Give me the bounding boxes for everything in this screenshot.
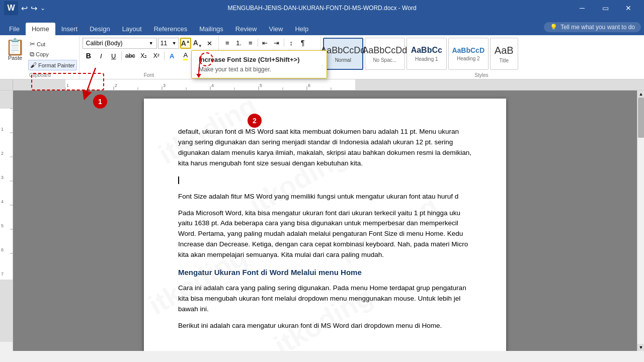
- tab-mailings[interactable]: Mailings: [193, 23, 229, 35]
- copy-icon: ⧉: [30, 50, 34, 58]
- svg-rect-18: [355, 79, 644, 90]
- scroll-up-btn[interactable]: ▲: [637, 90, 644, 98]
- tab-home[interactable]: Home: [26, 23, 55, 35]
- svg-rect-38: [0, 109, 13, 280]
- app-icon: W: [4, 1, 18, 15]
- close-btn[interactable]: ✕: [617, 0, 640, 16]
- svg-text:3: 3: [1, 175, 4, 180]
- shrink-font-icon: A▼: [193, 39, 202, 48]
- font-name-value: Calibri (Body): [86, 40, 123, 47]
- format-painter-button[interactable]: 🖌 Format Painter: [28, 60, 77, 70]
- scroll-thumb[interactable]: [638, 98, 644, 138]
- tab-references[interactable]: References: [148, 23, 193, 35]
- style-heading2[interactable]: AaBbCcD Heading 2: [448, 38, 489, 70]
- doc-heading-1: Mengatur Ukuran Font di Word Melalui men…: [178, 266, 472, 278]
- increase-indent-button[interactable]: ⇥: [271, 38, 282, 48]
- bold-button[interactable]: B: [83, 50, 95, 61]
- svg-text:2: 2: [115, 83, 117, 88]
- style-heading2-label: Heading 2: [457, 56, 480, 61]
- document-page: itkoding itkoding itkoding itkoding itko…: [144, 99, 506, 351]
- text-cursor: [178, 176, 179, 184]
- window-controls: ─ ▭ ✕: [571, 0, 640, 16]
- doc-para-1: default, ukuran font di MS Word saat kit…: [178, 127, 472, 169]
- tooltip-title: Increase Font Size (Ctrl+Shift+>): [199, 56, 319, 63]
- style-no-spacing-label: No Spac...: [373, 57, 396, 63]
- scissors-icon: ✂: [30, 40, 35, 48]
- minimize-btn[interactable]: ─: [571, 0, 594, 16]
- decrease-indent-button[interactable]: ⇤: [260, 38, 271, 48]
- paste-icon: 📋: [5, 39, 25, 55]
- page-scroll-area[interactable]: itkoding itkoding itkoding itkoding itko…: [13, 90, 637, 351]
- underline-button[interactable]: U: [108, 50, 120, 61]
- svg-text:6: 6: [308, 83, 310, 88]
- cut-button[interactable]: ✂ Cut: [28, 39, 77, 49]
- text-effects-icon: A: [170, 52, 174, 60]
- window-title: MENGUBAH-JENIS-DAN-UKURAN-FONT-DI-MS-WOR…: [227, 5, 416, 12]
- font-grow-button[interactable]: A▲: [180, 38, 191, 49]
- clipboard-small-btns: ✂ Cut ⧉ Copy 🖌 Format Painter: [28, 39, 77, 70]
- strikethrough-icon: abc: [125, 52, 135, 59]
- vertical-scrollbar[interactable]: ▲ ▼: [637, 90, 644, 351]
- tab-view[interactable]: View: [263, 23, 289, 35]
- tab-file[interactable]: File: [3, 23, 26, 35]
- font-name-selector[interactable]: Calibri (Body) ▼: [83, 38, 157, 49]
- title-bar: W ↩ ↪ ⌄ MENGUBAH-JENIS-DAN-UKURAN-FONT-D…: [0, 0, 644, 16]
- font-name-dropdown-icon: ▼: [149, 41, 153, 46]
- styles-group: AaBbCcDd Normal AaBbCcDd No Spac... AaBb…: [321, 36, 642, 79]
- cut-label: Cut: [37, 41, 45, 47]
- customize-qab-btn[interactable]: ⌄: [40, 5, 45, 12]
- paste-label: Paste: [8, 55, 22, 61]
- vertical-ruler-svg: 1 2 3 4 5 6 7: [0, 90, 13, 342]
- subscript-button[interactable]: X₂: [138, 50, 150, 61]
- style-heading1[interactable]: AaBbCc Heading 1: [407, 38, 447, 70]
- annotation-2: 2: [248, 114, 262, 128]
- scroll-track[interactable]: [637, 98, 644, 344]
- font-size-selector[interactable]: 11 ▼: [158, 38, 179, 49]
- superscript-icon: X²: [153, 52, 159, 59]
- tab-layout[interactable]: Layout: [116, 23, 148, 35]
- text-effects-button[interactable]: A: [166, 50, 178, 61]
- copy-button[interactable]: ⧉ Copy: [28, 49, 77, 59]
- superscript-button[interactable]: X²: [150, 50, 163, 61]
- doc-para-4: Pada Microsoft Word, kita bisa mengatur …: [178, 208, 472, 261]
- styles-group-label: Styles: [323, 71, 640, 79]
- scroll-down-btn[interactable]: ▼: [637, 344, 644, 351]
- style-title-preview: AaB: [495, 45, 514, 56]
- clear-format-button[interactable]: ✕: [204, 38, 215, 49]
- maximize-btn[interactable]: ▭: [594, 0, 617, 16]
- style-heading1-label: Heading 1: [415, 56, 438, 62]
- multilevel-button[interactable]: ≡: [245, 38, 256, 48]
- undo-btn[interactable]: ↩: [21, 4, 28, 13]
- clipboard-group-label: Clipboard: [3, 71, 77, 79]
- italic-icon: I: [100, 52, 102, 60]
- tab-design[interactable]: Design: [84, 23, 116, 35]
- tab-insert[interactable]: Insert: [55, 23, 84, 35]
- italic-button[interactable]: I: [95, 50, 107, 61]
- doc-cursor-line: [178, 175, 472, 186]
- style-normal[interactable]: AaBbCcDd Normal: [323, 38, 363, 70]
- strikethrough-button[interactable]: abc: [123, 50, 137, 61]
- tab-help[interactable]: Help: [289, 23, 314, 35]
- redo-btn[interactable]: ↪: [31, 4, 37, 13]
- style-no-spacing[interactable]: AaBbCcDd No Spac...: [365, 38, 405, 70]
- ruler-main: 1 2 3 4 5 6: [13, 79, 644, 90]
- document-area: 1 2 3 4 5 6 7 itkoding itkodi: [0, 90, 644, 351]
- bold-icon: B: [86, 52, 91, 60]
- tell-me-bar[interactable]: 💡 Tell me what you want to do: [544, 22, 641, 32]
- paste-button[interactable]: 📋 Paste: [3, 38, 27, 62]
- svg-text:1: 1: [1, 127, 4, 132]
- sort-button[interactable]: ↕: [286, 38, 297, 48]
- copy-label: Copy: [36, 51, 49, 57]
- style-normal-label: Normal: [335, 57, 351, 63]
- para-divider-2: [284, 39, 284, 47]
- font-shrink-button[interactable]: A▼: [192, 38, 203, 49]
- svg-rect-16: [13, 79, 65, 90]
- underline-icon: U: [111, 52, 116, 60]
- tab-review[interactable]: Review: [229, 23, 263, 35]
- highlight-button[interactable]: A: [179, 50, 193, 61]
- numbering-button[interactable]: 1.: [233, 38, 245, 48]
- style-title[interactable]: AaB Title: [490, 38, 518, 70]
- show-marks-button[interactable]: ¶: [297, 38, 308, 48]
- bullets-button[interactable]: ≡: [222, 38, 233, 48]
- font-row-1: Calibri (Body) ▼ 11 ▼ A▲ A▼ ✕: [83, 38, 215, 49]
